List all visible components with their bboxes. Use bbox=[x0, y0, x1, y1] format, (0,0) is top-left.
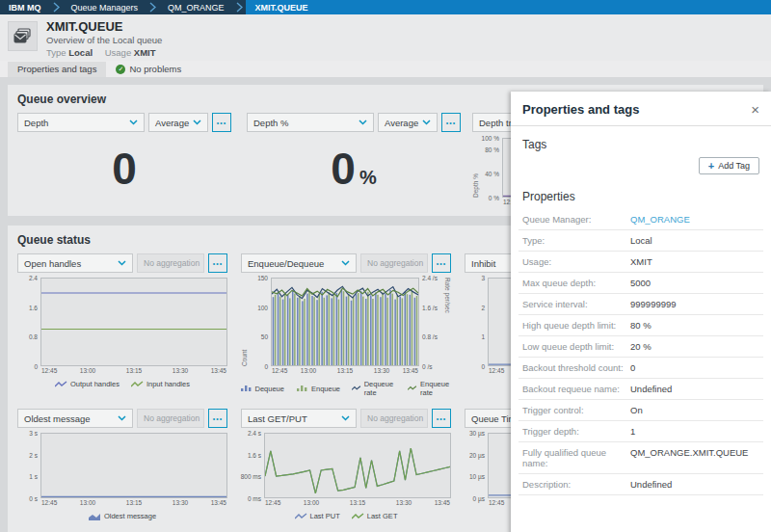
property-label: Service interval: bbox=[522, 299, 630, 309]
depth-percent-options-button[interactable]: ••• bbox=[441, 113, 461, 132]
property-row: Type:Local bbox=[518, 230, 763, 252]
area-legend-icon bbox=[89, 513, 101, 520]
chevron-down-icon bbox=[341, 260, 350, 266]
depth-value: 0 bbox=[17, 144, 231, 194]
property-label: Queue Manager: bbox=[522, 214, 630, 225]
property-value: Local bbox=[630, 235, 652, 246]
chevron-down-icon bbox=[193, 120, 201, 125]
property-label: Low queue depth limit: bbox=[522, 341, 630, 352]
property-label: Usage: bbox=[522, 256, 630, 267]
last-getput-options-button[interactable]: ••• bbox=[432, 409, 451, 428]
depth-percent-value: 0% bbox=[247, 144, 461, 202]
properties-list: Queue Manager:QM_ORANGEType:LocalUsage:X… bbox=[511, 209, 771, 495]
property-value: QM_ORANGE.XMIT.QUEUE bbox=[630, 447, 748, 458]
property-value-link[interactable]: QM_ORANGE bbox=[630, 214, 690, 225]
chevron-down-icon bbox=[422, 120, 431, 125]
enqueue-dequeue-chart: Count15010050012:4513:0013:1513:3013:452… bbox=[241, 278, 451, 397]
property-label: High queue depth limit: bbox=[522, 320, 630, 331]
breadcrumb-chevron-icon bbox=[50, 0, 63, 14]
open-handles-select[interactable]: Open handles bbox=[17, 253, 133, 273]
property-label: Backout requeue name: bbox=[522, 384, 630, 394]
chevron-down-icon bbox=[203, 260, 204, 266]
bars-legend-icon bbox=[296, 385, 308, 392]
oldest-message-chart: 3 s2 s1 s0 s12:4513:0013:1513:3013:45Old… bbox=[17, 433, 227, 520]
property-value: On bbox=[630, 405, 643, 415]
property-row: Usage:XMIT bbox=[518, 252, 763, 273]
property-row: Low queue depth limit:20 % bbox=[518, 336, 763, 358]
property-label: Max queue depth: bbox=[522, 278, 630, 288]
property-row: Backout threshold count:0 bbox=[518, 358, 763, 379]
chevron-down-icon bbox=[118, 260, 126, 266]
page-meta: Type Local Usage XMIT bbox=[46, 47, 166, 58]
oldest-message-options-button[interactable]: ••• bbox=[208, 409, 227, 428]
usage-label: Usage bbox=[105, 47, 131, 58]
open-handles-chart: 2.41.60.8012:4513:0013:1513:3013:45Outpu… bbox=[17, 278, 227, 388]
line-legend-icon bbox=[408, 385, 417, 392]
enqueue-dequeue-options-button[interactable]: ••• bbox=[432, 253, 451, 273]
aggregation-select: No aggregation bbox=[360, 253, 428, 273]
close-icon[interactable]: × bbox=[751, 104, 759, 116]
breadcrumb-chevron-icon bbox=[146, 0, 159, 14]
property-label: Description: bbox=[522, 479, 630, 490]
property-row: Fully qualified queue name:QM_ORANGE.XMI… bbox=[518, 442, 763, 474]
depth-percent-aggregation-select[interactable]: Average bbox=[378, 113, 438, 132]
brand-ibm-mq[interactable]: IBM MQ bbox=[0, 0, 50, 14]
top-navigation-bar: IBM MQ Queue Managers QM_ORANGE XMIT.QUE… bbox=[0, 0, 771, 14]
depth-percent-select[interactable]: Depth % bbox=[247, 113, 374, 132]
line-legend-icon bbox=[295, 513, 307, 520]
open-handles-options-button[interactable]: ••• bbox=[208, 253, 227, 273]
property-row: Max queue depth:5000 bbox=[518, 273, 763, 294]
property-label: Trigger depth: bbox=[522, 426, 630, 437]
aggregation-select: No aggregation bbox=[137, 253, 204, 273]
property-label: Fully qualified queue name: bbox=[522, 447, 630, 468]
depth-options-button[interactable]: ••• bbox=[212, 113, 231, 132]
property-label: Backout threshold count: bbox=[522, 362, 630, 373]
property-label: Trigger control: bbox=[522, 405, 630, 415]
type-label: Type bbox=[46, 47, 66, 58]
aggregation-select: No aggregation bbox=[137, 409, 204, 428]
chart-legend: DequeueEnqueueDequeue rateEnqueue rate bbox=[241, 380, 451, 397]
oldest-message-select[interactable]: Oldest message bbox=[17, 409, 133, 428]
oldest-message-module: Oldest message No aggregation ••• 3 s2 s… bbox=[17, 409, 227, 520]
last-getput-select[interactable]: Last GET/PUT bbox=[241, 409, 357, 428]
breadcrumb-xmit-queue[interactable]: XMIT.QUEUE bbox=[246, 0, 318, 14]
property-value: 1 bbox=[630, 426, 635, 437]
enqueue-dequeue-select[interactable]: Enqueue/Dequeue bbox=[241, 253, 357, 273]
tab-properties-and-tags[interactable]: Properties and tags bbox=[8, 62, 106, 77]
property-row: Service interval:999999999 bbox=[518, 294, 763, 315]
usage-value: XMIT bbox=[134, 47, 156, 58]
property-value: 5000 bbox=[630, 278, 651, 288]
add-tag-button[interactable]: + Add Tag bbox=[699, 157, 759, 174]
chevron-down-icon bbox=[118, 415, 126, 421]
depth-metric-select[interactable]: Depth bbox=[17, 113, 145, 132]
chart-legend: Oldest message bbox=[17, 512, 227, 520]
depth-metric: Depth Average ••• 0 bbox=[17, 113, 231, 208]
plus-icon: + bbox=[708, 162, 714, 171]
breadcrumb-qm-orange[interactable]: QM_ORANGE bbox=[159, 0, 233, 14]
property-row: Trigger depth:1 bbox=[518, 421, 763, 442]
status-indicator: ✓ No problems bbox=[116, 64, 181, 74]
property-value: 20 % bbox=[630, 341, 651, 352]
chevron-down-icon bbox=[427, 415, 428, 421]
enqueue-dequeue-module: Enqueue/Dequeue No aggregation ••• Count… bbox=[241, 253, 451, 397]
breadcrumb-queue-managers[interactable]: Queue Managers bbox=[63, 0, 147, 14]
depth-percent-metric: Depth % Average ••• 0% bbox=[247, 113, 461, 208]
tab-bar: Properties and tags ✓ No problems bbox=[0, 61, 771, 77]
check-icon: ✓ bbox=[116, 65, 125, 74]
chart-legend: Output handlesInput handles bbox=[17, 380, 227, 388]
breadcrumb-chevron-icon bbox=[233, 0, 246, 14]
last-getput-module: Last GET/PUT No aggregation ••• 2.4 s1.6… bbox=[241, 409, 451, 520]
queue-icon bbox=[8, 21, 38, 51]
chevron-down-icon bbox=[359, 120, 367, 125]
main-content: Queue overview Depth Average ••• 0 bbox=[0, 77, 771, 532]
chevron-down-icon bbox=[427, 260, 428, 266]
property-label: Type: bbox=[522, 235, 630, 246]
chevron-down-icon bbox=[341, 415, 350, 421]
line-legend-icon bbox=[131, 381, 144, 388]
type-value: Local bbox=[68, 47, 93, 58]
depth-aggregation-select[interactable]: Average bbox=[148, 113, 208, 132]
aggregation-select: No aggregation bbox=[360, 409, 428, 428]
line-legend-icon bbox=[352, 513, 364, 520]
open-handles-module: Open handles No aggregation ••• 2.41.60.… bbox=[17, 253, 227, 397]
chevron-down-icon bbox=[129, 120, 138, 125]
